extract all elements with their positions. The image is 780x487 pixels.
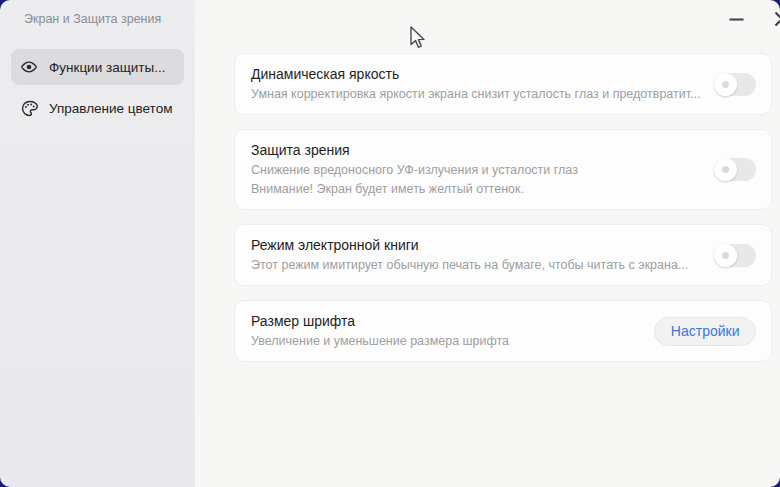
minimize-button[interactable] <box>713 0 759 38</box>
toggle-knob <box>714 73 737 96</box>
card-subtitle-warning: Внимание! Экран будет иметь желтый оттен… <box>251 180 700 199</box>
card-eye-protection: Защита зрения Снижение вредоносного УФ-и… <box>234 129 772 210</box>
card-dynamic-brightness: Динамическая яркость Умная корректировка… <box>234 53 772 115</box>
card-title: Режим электронной книги <box>251 235 700 256</box>
font-size-settings-button[interactable]: Настройки <box>654 317 757 346</box>
dynamic-brightness-toggle[interactable] <box>714 73 756 96</box>
window-title: Экран и Защита зрения <box>24 11 195 27</box>
sidebar-item-label: Функции защиты... <box>49 60 165 75</box>
close-button[interactable] <box>759 0 780 38</box>
sidebar-item-protection-functions[interactable]: Функции защиты... <box>11 49 184 85</box>
sidebar-item-label: Управление цветом <box>49 101 172 116</box>
minimize-icon <box>729 18 744 21</box>
card-title: Защита зрения <box>251 140 700 161</box>
card-subtitle: Этот режим имитирует обычную печать на б… <box>251 256 700 275</box>
window-controls <box>713 0 780 38</box>
sidebar: Экран и Защита зрения Функции защиты... <box>0 0 195 487</box>
toggle-knob <box>714 244 737 267</box>
close-icon <box>774 11 780 27</box>
card-title: Динамическая яркость <box>251 64 700 85</box>
sidebar-nav: Функции защиты... Управление цветом <box>0 49 195 126</box>
card-font-size: Размер шрифта Увеличение и уменьшение ра… <box>234 300 772 362</box>
palette-icon <box>19 98 39 118</box>
card-ebook-mode: Режим электронной книги Этот режим имити… <box>234 224 772 286</box>
sidebar-item-color-management[interactable]: Управление цветом <box>11 90 184 126</box>
app-window: Экран и Защита зрения Функции защиты... <box>0 0 780 487</box>
card-subtitle: Снижение вредоносного УФ-излучения и уст… <box>251 161 700 180</box>
card-subtitle: Увеличение и уменьшение размера шрифта <box>251 332 640 351</box>
card-subtitle: Умная корректировка яркости экрана снизи… <box>251 85 700 104</box>
eye-protection-toggle[interactable] <box>714 158 756 181</box>
main-panel: Динамическая яркость Умная корректировка… <box>195 0 780 487</box>
toggle-knob <box>714 158 737 181</box>
ebook-mode-toggle[interactable] <box>714 244 756 267</box>
settings-list: Динамическая яркость Умная корректировка… <box>195 0 780 362</box>
card-title: Размер шрифта <box>251 311 640 332</box>
eye-icon <box>19 57 39 77</box>
